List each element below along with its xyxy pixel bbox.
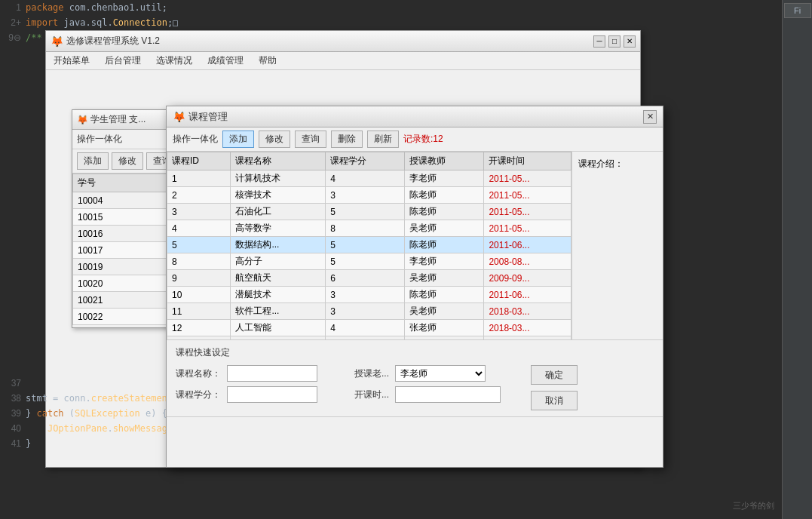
- course-credit-cell: 3: [326, 287, 405, 303]
- code-line-2: 2+ import java.sql.Connection;□: [0, 15, 812, 30]
- student-add-button[interactable]: 添加: [77, 152, 109, 170]
- quick-setup-middle: 授课老... 李老师 陈老师 吴老师 张老师 薛仁贵 开课时...: [348, 365, 501, 410]
- cancel-button[interactable]: 取消: [531, 391, 578, 410]
- course-table-row[interactable]: 1 计算机技术 4 李老师 2011-05...: [167, 170, 571, 187]
- course-teacher-cell: 陈老师: [405, 204, 484, 220]
- course-table-wrapper[interactable]: 课程ID 课程名称 课程学分 授课教师 开课时间 1 计算机技术 4 李老师 2…: [167, 152, 572, 339]
- teacher-select[interactable]: 李老师 陈老师 吴老师 张老师 薛仁贵: [395, 365, 486, 382]
- course-credit-cell: 3: [326, 187, 405, 204]
- course-teacher-cell: 张老师: [405, 320, 484, 336]
- menu-backend[interactable]: 后台管理: [102, 53, 144, 69]
- student-id-cell: 10020: [73, 275, 168, 292]
- course-refresh-button[interactable]: 刷新: [367, 131, 399, 148]
- course-date-cell: 2011-05...: [484, 187, 571, 204]
- student-icon: 🦊: [77, 115, 88, 125]
- col-name: 课程名称: [231, 152, 326, 170]
- col-credit: 课程学分: [326, 152, 405, 170]
- course-teacher-cell: 李老师: [405, 253, 484, 270]
- course-table-row[interactable]: 5 数据结构... 5 陈老师 2011-06...: [167, 237, 571, 253]
- quick-setup-left: 课程名称： 课程学分：: [176, 365, 317, 410]
- course-intro-label: 课程介绍：: [578, 158, 624, 169]
- col-id: 课程ID: [167, 152, 231, 170]
- course-table-row[interactable]: 8 高分子 5 李老师 2008-08...: [167, 253, 571, 270]
- student-id-cell: 10015: [73, 209, 168, 226]
- name-label: 课程名称：: [176, 367, 221, 380]
- course-table-row[interactable]: 3 石油化工 5 陈老师 2011-05...: [167, 204, 571, 220]
- course-date-cell: 2011-06...: [484, 237, 571, 253]
- record-count-value: 12: [433, 134, 443, 144]
- course-dialog-close-button[interactable]: ✕: [643, 110, 657, 124]
- menu-scores[interactable]: 成绩管理: [204, 53, 247, 69]
- course-name-cell: 高分子: [231, 253, 326, 270]
- teacher-row: 授课老... 李老师 陈老师 吴老师 张老师 薛仁贵: [348, 365, 501, 382]
- student-edit-button[interactable]: 修改: [112, 152, 143, 170]
- main-title-bar: 🦊 选修课程管理系统 V1.2 ─ □ ✕: [46, 31, 640, 52]
- close-button[interactable]: ✕: [624, 35, 636, 48]
- course-teacher-cell: 陈老师: [405, 287, 484, 303]
- course-dialog: 🦊 课程管理 ✕ 操作一体化 添加 修改 查询 删除 刷新 记录数:12 课程I…: [166, 106, 663, 468]
- course-date-cell: 2011-05...: [484, 170, 571, 187]
- course-credit-cell: 3: [326, 303, 405, 320]
- course-query-button[interactable]: 查询: [295, 131, 326, 148]
- menu-help[interactable]: 帮助: [256, 53, 280, 69]
- student-id-cell: 10019: [73, 259, 168, 275]
- course-dialog-toolbar: 操作一体化 添加 修改 查询 删除 刷新 记录数:12: [167, 127, 663, 152]
- course-teacher-cell: 吴老师: [405, 270, 484, 287]
- course-side-info: 课程介绍：: [572, 152, 663, 339]
- course-credit-cell: 6: [326, 270, 405, 287]
- course-id-cell: 12: [167, 320, 231, 336]
- name-input[interactable]: [227, 365, 317, 382]
- watermark: 三少爷的剑: [733, 500, 774, 511]
- course-table-row[interactable]: 13 计算机网络 3 薛仁贵 2018-03...: [167, 336, 571, 340]
- menu-courses[interactable]: 选课情况: [153, 53, 195, 69]
- course-teacher-cell: 薛仁贵: [405, 336, 484, 340]
- student-id-cell: 10004: [73, 192, 168, 209]
- course-table-row[interactable]: 9 航空航天 6 吴老师 2009-09...: [167, 270, 571, 287]
- course-date-cell: 2018-03...: [484, 320, 571, 336]
- course-delete-button[interactable]: 删除: [331, 131, 363, 148]
- quick-setup-form: 课程名称： 课程学分： 授课老... 李老师 陈老师 吴老师 张老师: [176, 365, 654, 410]
- minimize-button[interactable]: ─: [593, 35, 605, 48]
- course-teacher-cell: 李老师: [405, 170, 484, 187]
- credit-label: 课程学分：: [176, 388, 221, 401]
- course-add-button[interactable]: 添加: [222, 131, 254, 148]
- course-id-cell: 10: [167, 287, 231, 303]
- course-id-cell: 13: [167, 336, 231, 340]
- time-input[interactable]: [395, 386, 501, 403]
- course-id-cell: 5: [167, 237, 231, 253]
- course-id-cell: 4: [167, 220, 231, 237]
- course-id-cell: 1: [167, 170, 231, 187]
- confirm-button[interactable]: 确定: [531, 365, 578, 385]
- course-table: 课程ID 课程名称 课程学分 授课教师 开课时间 1 计算机技术 4 李老师 2…: [167, 152, 571, 339]
- course-teacher-cell: 陈老师: [405, 187, 484, 204]
- course-credit-cell: 5: [326, 237, 405, 253]
- course-op-label: 操作一体化: [173, 133, 218, 146]
- course-credit-cell: 4: [326, 170, 405, 187]
- course-teacher-cell: 吴老师: [405, 220, 484, 237]
- course-name-cell: 人工智能: [231, 320, 326, 336]
- course-name-cell: 高等数学: [231, 220, 326, 237]
- course-edit-button[interactable]: 修改: [259, 131, 290, 148]
- maximize-button[interactable]: □: [608, 35, 620, 48]
- course-table-row[interactable]: 11 软件工程... 3 吴老师 2018-03...: [167, 303, 571, 320]
- time-label: 开课时...: [348, 388, 389, 401]
- course-name-cell: 核弹技术: [231, 187, 326, 204]
- course-table-row[interactable]: 4 高等数学 8 吴老师 2011-05...: [167, 220, 571, 237]
- menu-start[interactable]: 开始菜单: [51, 53, 93, 69]
- course-id-cell: 2: [167, 187, 231, 204]
- course-dialog-title: 课程管理: [188, 110, 228, 124]
- code-line-1: 1 package com.chenbao1.util;: [0, 0, 812, 15]
- record-count-label: 记录数:12: [403, 133, 443, 146]
- course-id-cell: 9: [167, 270, 231, 287]
- course-table-row[interactable]: 2 核弹技术 3 陈老师 2011-05...: [167, 187, 571, 204]
- course-credit-cell: 4: [326, 320, 405, 336]
- main-window-controls: ─ □ ✕: [593, 35, 636, 48]
- course-table-row[interactable]: 12 人工智能 4 张老师 2018-03...: [167, 320, 571, 336]
- course-credit-cell: 8: [326, 220, 405, 237]
- col-date: 开课时间: [484, 152, 571, 170]
- course-date-cell: 2018-03...: [484, 303, 571, 320]
- course-table-row[interactable]: 10 潜艇技术 3 陈老师 2011-06...: [167, 287, 571, 303]
- credit-input[interactable]: [227, 386, 317, 403]
- course-dialog-title-bar: 🦊 课程管理 ✕: [167, 106, 663, 127]
- right-panel-fi-button[interactable]: Fi: [784, 3, 811, 18]
